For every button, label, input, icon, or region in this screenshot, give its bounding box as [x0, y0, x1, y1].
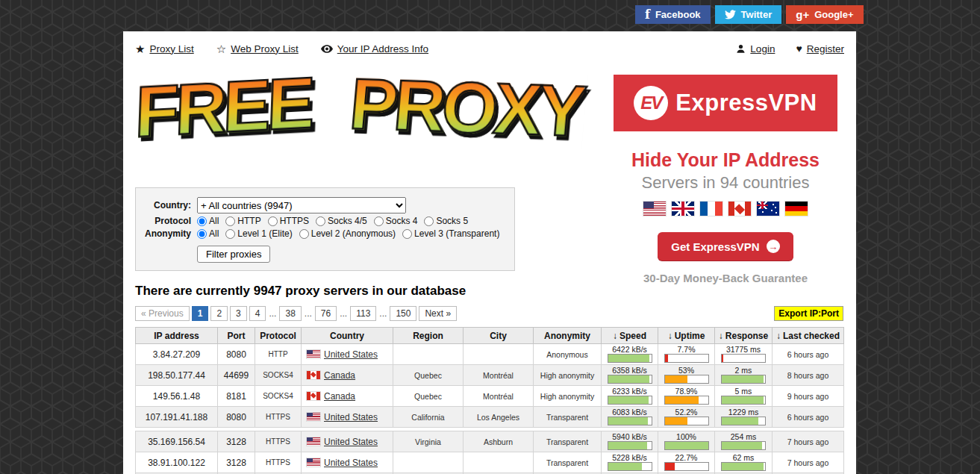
ad-country-flags — [614, 202, 837, 216]
export-ip-port-button[interactable]: Export IP:Port — [774, 306, 843, 321]
twitter-button[interactable]: Twitter — [715, 5, 782, 24]
response-cell: 2 ms — [715, 365, 773, 386]
protocol-radio[interactable] — [374, 216, 384, 226]
proxy-table: IP addressPortProtocolCountryRegionCityA… — [135, 327, 844, 474]
country-link[interactable]: United States — [324, 458, 378, 468]
column-header-city: City — [464, 328, 534, 344]
uptime-cell: 100% — [658, 431, 715, 452]
page-button-1[interactable]: 1 — [192, 306, 209, 321]
column-header-speed[interactable]: ↓Speed — [602, 328, 658, 344]
page-button-38[interactable]: 38 — [279, 306, 301, 321]
expressvpn-banner[interactable]: EV ExpressVPN — [614, 75, 837, 131]
protocol-radio[interactable] — [316, 216, 325, 226]
filter-form: Country: + All countries (9947) Protocol… — [135, 187, 515, 271]
country-link[interactable]: Canada — [324, 370, 355, 381]
country-select[interactable]: + All countries (9947) — [197, 197, 406, 213]
protocol-radio[interactable] — [225, 216, 235, 226]
speed-bar — [608, 462, 652, 471]
twitter-icon — [725, 9, 736, 20]
response-cell: 5 ms — [715, 386, 773, 407]
column-header-region: Region — [393, 328, 464, 344]
uptime-bar — [664, 417, 709, 425]
country-link[interactable]: United States — [324, 349, 378, 360]
country-cell: United States — [302, 431, 393, 452]
country-label: Country: — [136, 200, 191, 211]
column-header-ip-address: IP address — [136, 328, 218, 344]
protocol-option-all[interactable]: All — [197, 216, 219, 226]
anonymity-cell: Transparent — [534, 431, 602, 452]
region-cell: Quebec — [393, 386, 464, 407]
column-header-anonymity: Anonymity — [534, 328, 602, 344]
nav-login-label: Login — [750, 43, 775, 54]
column-header-response[interactable]: ↓Response — [715, 328, 773, 344]
anonymity-option-level-3-transparent-[interactable]: Level 3 (Transparent) — [402, 228, 499, 239]
nav-login[interactable]: Login — [736, 43, 775, 54]
protocol-radio[interactable] — [424, 216, 434, 226]
page-button-2[interactable]: 2 — [210, 306, 228, 321]
page-button-3[interactable]: 3 — [230, 306, 247, 321]
nav-web-proxy-list[interactable]: ☆ Web Proxy List — [216, 43, 299, 54]
nav-ip-info[interactable]: Your IP Address Info — [321, 43, 428, 54]
get-expressvpn-button[interactable]: Get ExpressVPN → — [658, 232, 793, 261]
anonymity-radio[interactable] — [197, 229, 207, 239]
page-button-4[interactable]: 4 — [249, 306, 266, 321]
page-button-150[interactable]: 150 — [390, 306, 416, 321]
nav-ip-info-label: Your IP Address Info — [337, 43, 428, 54]
anonymity-radio[interactable] — [299, 229, 309, 239]
country-cell: United States — [302, 344, 393, 365]
protocol-option-socks-4-5[interactable]: Socks 4/5 — [316, 216, 367, 226]
table-row: 149.56.1.48 8181 SOCKS4 Canada Quebec Mo… — [136, 386, 844, 407]
page-button-previous[interactable]: « Previous — [135, 306, 190, 321]
flag-ca-icon — [307, 371, 320, 379]
response-bar — [721, 441, 766, 450]
user-icon — [736, 44, 746, 54]
protocol-option-https[interactable]: HTTPS — [268, 216, 309, 226]
facebook-button[interactable]: f Facebook — [635, 5, 711, 24]
port-cell: 3128 — [218, 452, 255, 473]
googleplus-button[interactable]: g+ Google+ — [786, 5, 863, 24]
flag-us-icon — [307, 437, 320, 446]
port-cell: 8080 — [218, 344, 255, 365]
twitter-label: Twitter — [741, 9, 773, 20]
protocol-option-socks-5[interactable]: Socks 5 — [424, 216, 468, 226]
page-button-113[interactable]: 113 — [350, 306, 376, 321]
region-cell — [393, 344, 464, 365]
star-outline-icon: ☆ — [216, 43, 226, 54]
filter-proxies-button[interactable]: Filter proxies — [197, 246, 270, 263]
star-filled-icon: ★ — [135, 43, 145, 54]
uptime-bar — [664, 462, 709, 471]
protocol-radio[interactable] — [197, 216, 207, 226]
page-button-76[interactable]: 76 — [315, 306, 337, 321]
anonymity-radio[interactable] — [402, 229, 412, 239]
column-header-last-checked[interactable]: ↓Last checked — [773, 328, 844, 344]
anonymity-option-all[interactable]: All — [197, 228, 219, 239]
speed-cell: 5228 kB/s — [602, 452, 658, 473]
country-link[interactable]: United States — [324, 437, 378, 447]
uptime-cell: 7.7% — [658, 344, 715, 365]
country-link[interactable]: Canada — [324, 391, 355, 402]
table-row: 35.169.156.54 3128 HTTPS United States V… — [136, 431, 844, 452]
response-cell: 31775 ms — [715, 344, 773, 365]
expressvpn-brand: ExpressVPN — [675, 90, 817, 116]
response-bar — [721, 417, 766, 425]
facebook-label: Facebook — [655, 9, 701, 20]
city-cell: Montréal — [464, 365, 534, 386]
column-header-uptime[interactable]: ↓Uptime — [658, 328, 715, 344]
page-title: There are currently 9947 proxy servers i… — [135, 284, 844, 299]
protocol-radio[interactable] — [268, 216, 278, 226]
nav-register[interactable]: ♥ Register — [796, 43, 844, 54]
nav-proxy-list-label: Proxy List — [149, 43, 193, 54]
country-link[interactable]: United States — [324, 412, 378, 422]
sort-arrow-icon: ↓ — [776, 331, 781, 341]
anonymity-option-level-1-elite-[interactable]: Level 1 (Elite) — [225, 228, 292, 239]
speed-cell: 5940 kB/s — [602, 431, 658, 452]
anonymity-radio[interactable] — [225, 229, 235, 239]
money-back-guarantee: 30-Day Money-Back Guarantee — [614, 272, 837, 284]
flag-ca-icon — [728, 202, 751, 216]
nav-proxy-list[interactable]: ★ Proxy List — [135, 43, 194, 54]
last-checked-cell: 6 hours ago — [773, 407, 844, 428]
anonymity-option-level-2-anonymous-[interactable]: Level 2 (Anonymous) — [299, 228, 396, 239]
protocol-option-http[interactable]: HTTP — [225, 216, 260, 226]
page-button-next[interactable]: Next » — [419, 306, 457, 321]
protocol-option-socks-4[interactable]: Socks 4 — [374, 216, 418, 226]
